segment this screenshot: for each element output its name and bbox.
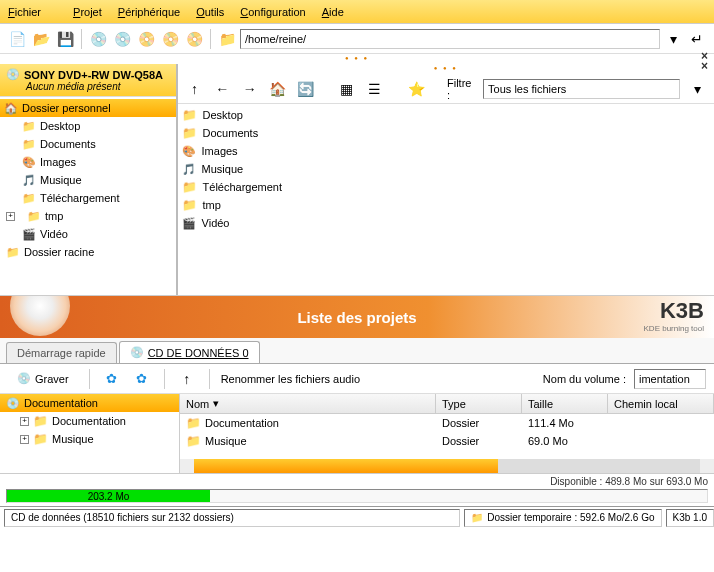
tree-item[interactable]: 🎵Musique — [0, 171, 176, 189]
view-icons-button[interactable]: ▦ — [336, 78, 358, 100]
k3b-logo: K3B KDE burning tool — [644, 298, 704, 333]
home-button[interactable]: 🏠 — [267, 78, 289, 100]
panel-handle[interactable]: ● ● ●× — [0, 54, 714, 64]
capacity-bar: 203.2 Mo — [6, 489, 708, 503]
file-row[interactable]: 🎵Musique — [182, 160, 710, 178]
separator — [210, 29, 211, 49]
tree-item[interactable]: 📁Téléchargement — [0, 189, 176, 207]
tab-cd-data[interactable]: 💿CD DE DONNÉES 0 — [119, 341, 260, 363]
capacity-area: Disponible : 489.8 Mo sur 693.0 Mo 203.2… — [0, 474, 714, 506]
tree-item[interactable]: 🎨Images — [0, 153, 176, 171]
folder-icon: 📁 — [22, 119, 36, 133]
menu-outils[interactable]: Outils — [196, 6, 224, 18]
expand-icon[interactable]: + — [6, 212, 15, 221]
tree-item[interactable]: 📁Desktop — [0, 117, 176, 135]
folder-icon: 📁 — [182, 180, 197, 194]
rename-label[interactable]: Renommer les fichiers audio — [221, 373, 360, 385]
parent-button[interactable]: ↑ — [176, 368, 198, 390]
project-tree: 💿Documentation +📁Documentation +📁Musique — [0, 394, 180, 473]
local-tree: 🏠Dossier personnel 📁Desktop 📁Documents 🎨… — [0, 97, 176, 295]
bookmark-button[interactable]: ⭐ — [405, 78, 427, 100]
cd-audio-icon[interactable]: 💿 — [111, 28, 133, 50]
view-list-button[interactable]: ☰ — [364, 78, 386, 100]
file-row[interactable]: 📁tmp — [182, 196, 710, 214]
file-row[interactable]: 📁Téléchargement — [182, 178, 710, 196]
new-project-button[interactable]: 📄 — [6, 28, 28, 50]
disc-graphic — [10, 296, 70, 338]
status-cd-info: CD de données (18510 fichiers sur 2132 d… — [4, 509, 460, 527]
open-button[interactable]: 📂 — [30, 28, 52, 50]
th-taille[interactable]: Taille — [522, 394, 608, 413]
back-button[interactable]: ← — [211, 78, 233, 100]
panel-handle[interactable]: ● ● ●× — [178, 64, 714, 74]
folder-icon: 📁 — [182, 198, 197, 212]
tree-dossier-racine[interactable]: 📁Dossier racine — [0, 243, 176, 261]
path-go-button[interactable]: ↵ — [686, 28, 708, 50]
th-chemin[interactable]: Chemin local — [608, 394, 714, 413]
browser-toolbar: ↑ ← → 🏠 🔄 ▦ ☰ ⭐ Filtre : ▾ — [178, 74, 714, 104]
folder-icon: 📁 — [33, 432, 48, 446]
tree-item[interactable]: 📁Documents — [0, 135, 176, 153]
proj-tree-item[interactable]: +📁Musique — [0, 430, 179, 448]
burn-button[interactable]: 💿Graver — [8, 368, 78, 389]
dvd-video-icon[interactable]: 📀 — [183, 28, 205, 50]
gear-button-1[interactable]: ✿ — [101, 368, 123, 390]
path-input[interactable] — [240, 29, 660, 49]
menu-aide[interactable]: Aide — [322, 6, 344, 18]
project-content: 💿Documentation +📁Documentation +📁Musique… — [0, 394, 714, 474]
video-icon: 🎬 — [22, 227, 36, 241]
expand-icon[interactable]: + — [20, 417, 29, 426]
proj-tree-root[interactable]: 💿Documentation — [0, 394, 179, 412]
file-row[interactable]: 📁Documents — [182, 124, 710, 142]
dvd-mixed-icon[interactable]: 📀 — [159, 28, 181, 50]
folder-nav-icon[interactable]: 📁 — [216, 28, 238, 50]
save-button[interactable]: 💾 — [54, 28, 76, 50]
tree-item[interactable]: 🎬Vidéo — [0, 225, 176, 243]
th-nom[interactable]: Nom ▾ — [180, 394, 436, 413]
file-row[interactable]: 🎬Vidéo — [182, 214, 710, 232]
table-row[interactable]: 📁Documentation Dossier 111.4 Mo — [180, 414, 714, 432]
volume-input[interactable] — [634, 369, 706, 389]
horizontal-scrollbar[interactable] — [180, 459, 714, 473]
folder-icon: 📁 — [186, 434, 201, 448]
filter-dropdown[interactable]: ▾ — [686, 78, 708, 100]
project-table: Nom ▾ Type Taille Chemin local 📁Document… — [180, 394, 714, 473]
folder-icon: 📁 — [22, 191, 36, 205]
tab-quick-start[interactable]: Démarrage rapide — [6, 342, 117, 363]
path-dropdown[interactable]: ▾ — [662, 28, 684, 50]
statusbar: CD de données (18510 fichiers sur 2132 d… — [0, 506, 714, 528]
status-version: K3b 1.0 — [666, 509, 714, 527]
projects-header: Liste des projets K3B KDE burning tool — [0, 296, 714, 338]
gear-button-2[interactable]: ✿ — [131, 368, 153, 390]
device-header[interactable]: 💿SONY DVD+-RW DW-Q58A Aucun média présen… — [0, 64, 176, 97]
folder-icon: 📁 — [186, 416, 201, 430]
separator — [164, 369, 165, 389]
proj-tree-item[interactable]: +📁Documentation — [0, 412, 179, 430]
music-icon: 🎵 — [22, 173, 36, 187]
menu-configuration[interactable]: Configuration — [240, 6, 305, 18]
sort-icon: ▾ — [213, 397, 219, 410]
tree-item[interactable]: +📁tmp — [0, 207, 176, 225]
forward-button[interactable]: → — [239, 78, 261, 100]
reload-button[interactable]: 🔄 — [294, 78, 316, 100]
menu-projet[interactable]: Projet — [73, 6, 102, 18]
separator — [89, 369, 90, 389]
tree-dossier-personnel[interactable]: 🏠Dossier personnel — [0, 99, 176, 117]
file-row[interactable]: 🎨Images — [182, 142, 710, 160]
cd-icon[interactable]: 💿 — [87, 28, 109, 50]
burn-icon: 💿 — [17, 372, 31, 385]
disc-icon: 💿 — [6, 397, 20, 410]
table-row[interactable]: 📁Musique Dossier 69.0 Mo — [180, 432, 714, 450]
folder-icon: 📁 — [33, 414, 48, 428]
menu-fichier[interactable]: Fichier — [8, 6, 57, 18]
file-row[interactable]: 📁Desktop — [182, 106, 710, 124]
th-type[interactable]: Type — [436, 394, 522, 413]
dvd-icon[interactable]: 📀 — [135, 28, 157, 50]
up-button[interactable]: ↑ — [184, 78, 206, 100]
volume-label: Nom du volume : — [543, 373, 626, 385]
close-panel-icon[interactable]: × — [701, 62, 710, 70]
expand-icon[interactable]: + — [20, 435, 29, 444]
folder-root-icon: 📁 — [6, 245, 20, 259]
menu-peripherique[interactable]: Périphérique — [118, 6, 180, 18]
filter-select[interactable] — [483, 79, 680, 99]
